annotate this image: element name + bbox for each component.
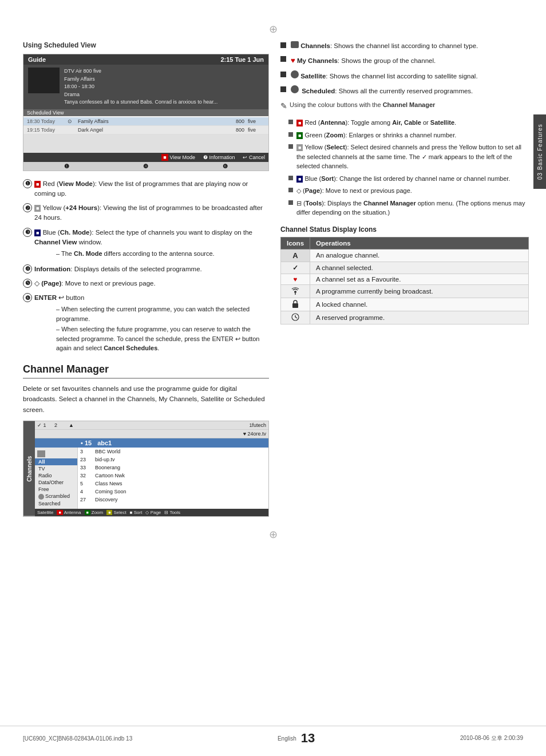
item-indent-3-1: The Ch. Mode differs according to the an… (56, 249, 269, 259)
green-sq: ■ (296, 132, 303, 139)
channel-manager-screenshot: Channels ✓ 1 2 ▲ 1futech ♥ 24ore.tv (23, 421, 269, 517)
guide-row-num-2: 800 (224, 127, 244, 133)
status-op-check: A channel selected. (310, 262, 529, 274)
cm-footer-antenna: ■ Antenna (57, 510, 81, 515)
sub-text-red: ■ Red (Antenna): Toggle among Air, Cable… (296, 118, 456, 128)
cm-cat-tv[interactable]: TV (35, 465, 77, 472)
cm-btn-y: ■ (106, 510, 112, 515)
guide-show-time: 18:00 - 18:30 (64, 83, 217, 91)
sub-bullet-green: ■ Green (Zoom): Enlarges or shrinks a ch… (288, 130, 529, 140)
sub-bold-red: Antenna (320, 119, 345, 126)
sub-dot-green (288, 132, 293, 137)
cm-ch-num-1: 3 (80, 449, 93, 454)
cm-ch-num-5: 5 (80, 481, 93, 486)
status-row-locked: A locked channel. (281, 298, 529, 311)
red-sq: ■ (296, 120, 303, 126)
numbered-item-5: ❺ ◇ (Page): Move to next or previous pag… (23, 279, 269, 288)
sub-bullet-blue: ■ Blue (Sort): Change the list ordered b… (288, 174, 529, 184)
guide-screenshot: Guide 2:15 Tue 1 Jun DTV Air 800 five Fa… (23, 54, 269, 171)
cm-channel-row-1: 3 BBC World (78, 448, 268, 456)
cm-cat-free[interactable]: Free (35, 486, 77, 493)
cm-cat-scrambled[interactable]: Scrambled (35, 493, 77, 500)
cm-ch-name-5: Class News (95, 481, 122, 486)
guide-info: DTV Air 800 five Family Affairs 18:00 - … (23, 65, 268, 109)
guide-label-6: ❻ (223, 163, 228, 169)
blue-sq: ■ (296, 176, 303, 183)
cm-header-2: 2 (54, 422, 69, 428)
status-op-broadcast: A programme currently being broadcast. (310, 284, 529, 298)
item-content-6: ENTER ↩ button When selecting the curren… (34, 293, 269, 354)
channels-icon (291, 41, 299, 48)
scheduled-bullet (280, 86, 286, 92)
cm-channels-panel: 3 BBC World 23 bid-up.tv 33 Boonerang (78, 448, 268, 509)
guide-label-4: ❹ (143, 163, 148, 169)
item-indent-6: When selecting the current programme, yo… (49, 304, 269, 353)
cm-channel-row-4: 32 Cartoon Nwk (78, 472, 268, 480)
mychannels-label: My Channels (297, 57, 338, 64)
sub-text-yellow: ■ Yellow (Select): Select desired channe… (296, 143, 529, 171)
yellow-sq: ■ (296, 144, 303, 151)
guide-row-time-2: 19:15 Today (27, 127, 64, 133)
item-num-3: ❸ (23, 228, 32, 237)
item-bold-4: Information (34, 266, 70, 272)
status-op-a: An analogue channel. (310, 249, 529, 262)
sub-bold-blue: Sort (321, 175, 334, 182)
cm-btn-r: ■ (57, 510, 62, 515)
channel-manager-section: Channel Manager Delete or set favourites… (23, 363, 269, 517)
lock-svg (292, 300, 299, 308)
satellite-icon (291, 70, 299, 78)
sub-dot-tools (288, 200, 293, 205)
guide-row-num-1: 800 (224, 118, 244, 124)
sub-bullets: ■ Red (Antenna): Toggle among Air, Cable… (288, 118, 529, 217)
guide-row-time-1: 18:30 Today (27, 118, 64, 124)
item-content-4: Information: Displays details of the sel… (34, 264, 269, 274)
footer-left: [UC6900_XC]BN68-02843A-01L06.indb 13 (23, 735, 132, 742)
sub-dot-yellow (288, 144, 293, 149)
svg-point-0 (294, 291, 296, 293)
cm-ch-num-4: 32 (80, 473, 93, 478)
cm-cat-radio[interactable]: Radio (35, 472, 77, 479)
cm-btn-g: ■ (85, 510, 90, 515)
sub-bold-tools: Tools (306, 200, 322, 207)
cm-ch-name-4: Cartoon Nwk (95, 473, 125, 478)
channel-manager-title: Channel Manager (23, 363, 269, 379)
guide-footer-cancel: ↩ Cancel (243, 154, 265, 161)
page-number: 13 (301, 731, 315, 746)
red-btn: ■ (161, 154, 168, 161)
cm-ch-name-7: Discovery (95, 497, 118, 502)
cm-header-arr: ▲ (69, 422, 80, 428)
cm-cat-searched[interactable]: Searched (35, 500, 77, 507)
cm-footer-zoom: ■ Zoom (85, 510, 104, 515)
bullet-scheduled: Scheduled: Shows all the currently reser… (280, 85, 529, 96)
scheduled-view-heading: Using Scheduled View (23, 41, 269, 49)
numbered-item-6: ❻ ENTER ↩ button When selecting the curr… (23, 293, 269, 354)
status-icon-clock (281, 311, 310, 324)
cm-selected-name: abc1 (97, 440, 112, 446)
status-icon-broadcast (281, 284, 310, 298)
cm-cat-data[interactable]: Data/Other (35, 479, 77, 486)
bullet-channels: Channels: Shows the channel list accordi… (280, 41, 529, 51)
broadcast-svg (291, 287, 299, 295)
item-num-4: ❹ (23, 264, 32, 274)
guide-row-name-1: Family Affairs (78, 118, 221, 124)
guide-footer: ■ View Mode ❼ Information ↩ Cancel (23, 153, 268, 162)
sub-text-green: ■ Green (Zoom): Enlarges or shrinks a ch… (296, 130, 456, 140)
page-container: 03 Basic Features ⊕ Using Scheduled View… (0, 0, 546, 756)
cm-channel-row-3: 33 Boonerang (78, 464, 268, 472)
blue-square-3: ■ (34, 229, 41, 236)
left-column: Using Scheduled View Guide 2:15 Tue 1 Ju… (23, 41, 269, 517)
cm-cat-all[interactable]: All (35, 458, 77, 465)
right-column: Channels: Shows the channel list accordi… (280, 41, 529, 517)
status-icon-a: A (281, 249, 310, 262)
note-text: Using the colour buttons with the Channe… (290, 100, 435, 110)
status-table-title: Channel Status Display Icons (280, 225, 529, 233)
cm-channel-row-7: 27 Discovery (78, 496, 268, 504)
guide-row-2: 19:15 Today Dark Angel 800 five (23, 126, 268, 134)
cm-header: ✓ 1 2 ▲ 1futech (35, 421, 268, 430)
sub-dot-red (288, 120, 293, 124)
channels-bullet (280, 42, 286, 48)
clock-svg (291, 313, 299, 321)
guide-scheduled-label: Scheduled View (23, 109, 268, 116)
guide-row-word-1: five (248, 118, 265, 124)
sub-bullet-red: ■ Red (Antenna): Toggle among Air, Cable… (288, 118, 529, 128)
